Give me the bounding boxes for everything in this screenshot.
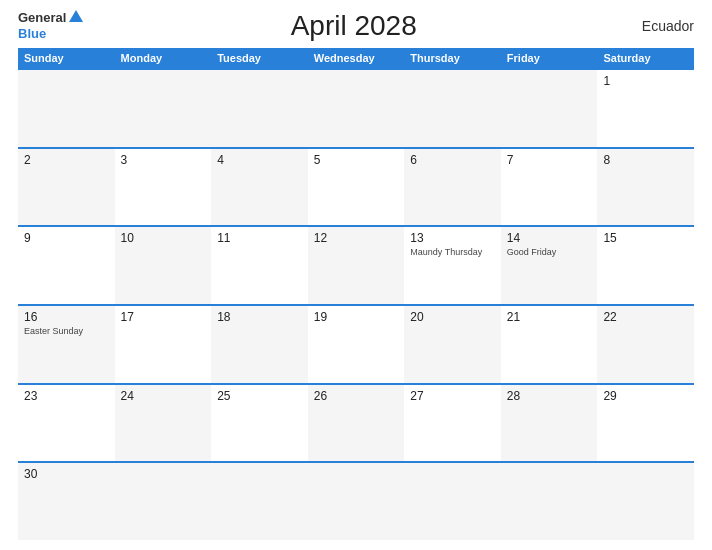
logo-blue: Blue	[18, 26, 46, 41]
week-row-3: 16Easter Sunday171819202122	[18, 304, 694, 383]
cal-cell-w1-d3: 5	[308, 149, 405, 226]
cal-cell-w0-d6: 1	[597, 70, 694, 147]
week-row-0: 1	[18, 68, 694, 147]
cal-cell-w5-d1	[115, 463, 212, 540]
cal-cell-w3-d2: 18	[211, 306, 308, 383]
cal-cell-w3-d4: 20	[404, 306, 501, 383]
calendar: Sunday Monday Tuesday Wednesday Thursday…	[18, 48, 694, 540]
cal-cell-w0-d0	[18, 70, 115, 147]
week-row-2: 910111213Maundy Thursday14Good Friday15	[18, 225, 694, 304]
day-number: 10	[121, 231, 206, 245]
cal-cell-w3-d3: 19	[308, 306, 405, 383]
logo-general: General	[18, 11, 66, 24]
logo-text: General Blue	[18, 10, 83, 42]
logo-triangle-icon	[69, 10, 83, 22]
day-number: 4	[217, 153, 302, 167]
page: General Blue April 2028 Ecuador Sunday M…	[0, 0, 712, 550]
day-number: 6	[410, 153, 495, 167]
weekday-sunday: Sunday	[18, 48, 115, 68]
cal-cell-w4-d1: 24	[115, 385, 212, 462]
calendar-body: 12345678910111213Maundy Thursday14Good F…	[18, 68, 694, 540]
cal-cell-w2-d1: 10	[115, 227, 212, 304]
day-number: 24	[121, 389, 206, 403]
weekday-thursday: Thursday	[404, 48, 501, 68]
day-number: 25	[217, 389, 302, 403]
cal-cell-w0-d4	[404, 70, 501, 147]
weekday-tuesday: Tuesday	[211, 48, 308, 68]
cal-cell-w5-d4	[404, 463, 501, 540]
cal-cell-w3-d0: 16Easter Sunday	[18, 306, 115, 383]
day-number: 15	[603, 231, 688, 245]
day-number: 16	[24, 310, 109, 324]
day-number: 23	[24, 389, 109, 403]
day-number: 30	[24, 467, 109, 481]
country-label: Ecuador	[624, 18, 694, 34]
day-number: 9	[24, 231, 109, 245]
week-row-5: 30	[18, 461, 694, 540]
cal-cell-w5-d6	[597, 463, 694, 540]
day-number: 8	[603, 153, 688, 167]
weekday-monday: Monday	[115, 48, 212, 68]
day-number: 28	[507, 389, 592, 403]
week-row-4: 23242526272829	[18, 383, 694, 462]
cal-cell-w2-d6: 15	[597, 227, 694, 304]
cal-cell-w5-d3	[308, 463, 405, 540]
cal-cell-w5-d2	[211, 463, 308, 540]
day-number: 19	[314, 310, 399, 324]
cal-cell-w0-d5	[501, 70, 598, 147]
day-number: 11	[217, 231, 302, 245]
day-number: 18	[217, 310, 302, 324]
day-event: Easter Sunday	[24, 326, 109, 337]
cal-cell-w2-d4: 13Maundy Thursday	[404, 227, 501, 304]
day-number: 5	[314, 153, 399, 167]
day-number: 12	[314, 231, 399, 245]
cal-cell-w0-d3	[308, 70, 405, 147]
day-number: 13	[410, 231, 495, 245]
day-event: Maundy Thursday	[410, 247, 495, 258]
cal-cell-w4-d3: 26	[308, 385, 405, 462]
cal-cell-w2-d0: 9	[18, 227, 115, 304]
cal-cell-w3-d1: 17	[115, 306, 212, 383]
cal-cell-w1-d2: 4	[211, 149, 308, 226]
day-number: 14	[507, 231, 592, 245]
cal-cell-w1-d0: 2	[18, 149, 115, 226]
cal-cell-w4-d6: 29	[597, 385, 694, 462]
day-number: 22	[603, 310, 688, 324]
cal-cell-w2-d3: 12	[308, 227, 405, 304]
day-number: 7	[507, 153, 592, 167]
weekday-wednesday: Wednesday	[308, 48, 405, 68]
cal-cell-w0-d1	[115, 70, 212, 147]
day-number: 26	[314, 389, 399, 403]
cal-cell-w1-d6: 8	[597, 149, 694, 226]
day-number: 27	[410, 389, 495, 403]
cal-cell-w4-d5: 28	[501, 385, 598, 462]
day-number: 3	[121, 153, 206, 167]
calendar-title: April 2028	[83, 10, 624, 42]
cal-cell-w4-d4: 27	[404, 385, 501, 462]
logo: General Blue	[18, 10, 83, 42]
cal-cell-w4-d0: 23	[18, 385, 115, 462]
day-number: 29	[603, 389, 688, 403]
day-event: Good Friday	[507, 247, 592, 258]
day-number: 17	[121, 310, 206, 324]
week-row-1: 2345678	[18, 147, 694, 226]
day-number: 21	[507, 310, 592, 324]
cal-cell-w4-d2: 25	[211, 385, 308, 462]
cal-cell-w5-d5	[501, 463, 598, 540]
cal-cell-w3-d6: 22	[597, 306, 694, 383]
day-number: 20	[410, 310, 495, 324]
weekday-friday: Friday	[501, 48, 598, 68]
header: General Blue April 2028 Ecuador	[18, 10, 694, 42]
cal-cell-w1-d5: 7	[501, 149, 598, 226]
cal-cell-w0-d2	[211, 70, 308, 147]
weekday-saturday: Saturday	[597, 48, 694, 68]
cal-cell-w5-d0: 30	[18, 463, 115, 540]
cal-cell-w1-d4: 6	[404, 149, 501, 226]
cal-cell-w1-d1: 3	[115, 149, 212, 226]
day-number: 1	[603, 74, 688, 88]
calendar-header: Sunday Monday Tuesday Wednesday Thursday…	[18, 48, 694, 68]
day-number: 2	[24, 153, 109, 167]
cal-cell-w2-d5: 14Good Friday	[501, 227, 598, 304]
cal-cell-w2-d2: 11	[211, 227, 308, 304]
cal-cell-w3-d5: 21	[501, 306, 598, 383]
